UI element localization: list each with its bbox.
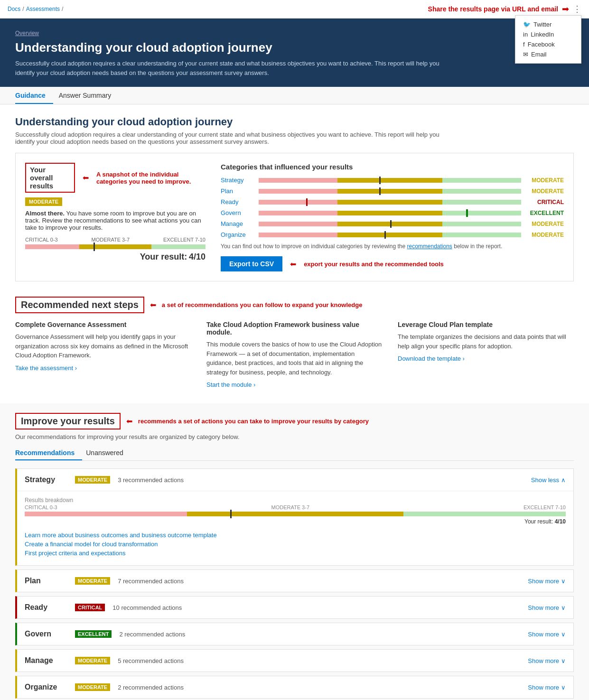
cat-organize-count: 2 recommended actions bbox=[118, 684, 528, 691]
cat-section-manage: Manage MODERATE 5 recommended actions Sh… bbox=[15, 649, 574, 672]
rec-card-module-body: This module covers the basics of how to … bbox=[206, 340, 383, 377]
categories-note: You can find out how to improve on indiv… bbox=[221, 243, 564, 250]
linkedin-icon: in bbox=[523, 31, 528, 38]
improve-header: Improve your results ⬅ recommends a set … bbox=[15, 413, 574, 429]
score-marker bbox=[93, 243, 95, 251]
strategy-action-1[interactable]: Learn more about business outcomes and b… bbox=[25, 531, 566, 540]
rec-card-template-body: The template organizes the decisions and… bbox=[398, 332, 574, 351]
main-section-title: Understanding your cloud adoption journe… bbox=[15, 116, 574, 128]
header-subtitle: Successfully cloud adoption requires a c… bbox=[15, 59, 442, 77]
share-twitter[interactable]: 🐦 Twitter bbox=[523, 19, 573, 29]
cat-plan-toggle[interactable]: Show more ∨ bbox=[528, 578, 566, 585]
cat-section-govern: Govern EXCELLENT 2 recommended actions S… bbox=[15, 623, 574, 645]
cat-manage-name: Manage bbox=[25, 656, 72, 665]
rec-card-module: Take Cloud Adoption Framework business v… bbox=[206, 321, 383, 388]
breadcrumb-sep1: / bbox=[22, 6, 24, 12]
cat-manage-toggle[interactable]: Show more ∨ bbox=[528, 657, 566, 664]
cat-strategy-count: 3 recommended actions bbox=[118, 476, 531, 484]
cat-section-ready-header[interactable]: Ready CRITICAL 10 recommended actions Sh… bbox=[17, 597, 573, 618]
main-section-subtitle: Successfully cloud adoption requires a c… bbox=[15, 131, 442, 145]
cat-govern-badge: EXCELLENT bbox=[75, 630, 112, 638]
overall-results-arrow: ⬅ bbox=[83, 173, 89, 182]
chevron-down-icon: ∨ bbox=[561, 631, 566, 638]
improve-subtitle: Our recommendations for improving your r… bbox=[15, 433, 574, 440]
share-linkedin[interactable]: in LinkedIn bbox=[523, 29, 573, 39]
share-popup[interactable]: ⋮ 🐦 Twitter in LinkedIn f Facebook ✉ Ema… bbox=[573, 4, 581, 14]
improve-annotation: recommends a set of actions you can take… bbox=[138, 418, 369, 425]
organize-marker bbox=[384, 231, 386, 239]
breadcrumb: Docs / Assessments / Share the results p… bbox=[0, 0, 589, 19]
manage-marker bbox=[390, 220, 392, 228]
header-banner: Overview Understanding your cloud adopti… bbox=[0, 19, 589, 87]
improve-tab-unanswered[interactable]: Unanswered bbox=[86, 446, 131, 460]
cat-organize-toggle[interactable]: Show more ∨ bbox=[528, 684, 566, 691]
rec-card-template-link[interactable]: Download the template › bbox=[398, 355, 465, 362]
recommended-annotation: a set of recommendations you can follow … bbox=[162, 301, 363, 308]
overall-results-title-box: Your overall results bbox=[25, 163, 75, 193]
recommended-title-box: Recommended next steps bbox=[15, 297, 144, 313]
cat-section-govern-header[interactable]: Govern EXCELLENT 2 recommended actions S… bbox=[17, 623, 573, 645]
strategy-action-2[interactable]: Create a financial model for cloud trans… bbox=[25, 540, 566, 549]
share-more-icon[interactable]: ⋮ bbox=[573, 4, 581, 14]
overall-badge: MODERATE bbox=[25, 197, 62, 206]
cat-strategy-name: Strategy bbox=[25, 476, 72, 484]
facebook-icon: f bbox=[523, 41, 525, 48]
cat-section-organize: Organize MODERATE 2 recommended actions … bbox=[15, 676, 574, 699]
cat-organize-name: Organize bbox=[25, 683, 72, 691]
score-bar-red bbox=[25, 244, 79, 249]
cat-plan-badge: MODERATE bbox=[75, 577, 110, 585]
score-bar-labels: CRITICAL 0-3 MODERATE 3-7 EXCELLENT 7-10 bbox=[25, 237, 206, 243]
chevron-up-icon: ∧ bbox=[561, 476, 566, 484]
export-row: Export to CSV ⬅ export your results and … bbox=[221, 256, 564, 271]
strategy-actions: Learn more about business outcomes and b… bbox=[25, 531, 566, 558]
score-bar-track bbox=[25, 244, 206, 249]
export-arrow: ⬅ bbox=[290, 260, 296, 269]
strategy-bar-section: Results breakdown CRITICAL 0-3 MODERATE … bbox=[25, 497, 566, 525]
your-result: Your result: 4/10 bbox=[25, 252, 206, 262]
email-icon: ✉ bbox=[523, 51, 528, 58]
categories-recommendations-link[interactable]: recommendations bbox=[407, 243, 452, 250]
cat-govern-toggle[interactable]: Show more ∨ bbox=[528, 631, 566, 638]
strategy-marker bbox=[379, 177, 381, 184]
cat-section-plan-header[interactable]: Plan MODERATE 7 recommended actions Show… bbox=[17, 570, 573, 592]
category-row-organize: Organize MODERATE bbox=[221, 231, 564, 238]
strategy-action-3[interactable]: First project criteria and expectations bbox=[25, 549, 566, 558]
rec-card-governance-body: Governance Assessment will help you iden… bbox=[15, 332, 191, 360]
rec-card-module-link[interactable]: Start the module › bbox=[206, 381, 255, 388]
overall-results-annotation: A snapshot of the individual categories … bbox=[96, 171, 206, 185]
header-overview-link[interactable]: Overview bbox=[15, 30, 39, 37]
main-content: Understanding your cloud adoption journe… bbox=[0, 104, 589, 700]
cat-section-organize-header[interactable]: Organize MODERATE 2 recommended actions … bbox=[17, 676, 573, 698]
cat-section-strategy-header[interactable]: Strategy MODERATE 3 recommended actions … bbox=[17, 469, 573, 491]
breadcrumb-assessments[interactable]: Assessments bbox=[26, 6, 60, 12]
results-right: Categories that influenced your results … bbox=[221, 163, 564, 271]
export-csv-button[interactable]: Export to CSV bbox=[221, 256, 282, 271]
share-facebook[interactable]: f Facebook bbox=[523, 39, 573, 49]
score-bar: CRITICAL 0-3 MODERATE 3-7 EXCELLENT 7-10… bbox=[25, 237, 206, 262]
improve-title-box: Improve your results bbox=[15, 413, 121, 429]
rec-card-governance-link[interactable]: Take the assessment › bbox=[15, 364, 77, 372]
recommended-arrow: ⬅ bbox=[150, 300, 156, 309]
govern-marker bbox=[466, 209, 468, 217]
cat-plan-name: Plan bbox=[25, 577, 72, 585]
improve-title: Improve your results bbox=[21, 416, 115, 426]
breadcrumb-docs[interactable]: Docs bbox=[8, 6, 20, 12]
improve-tab-recommendations[interactable]: Recommendations bbox=[15, 446, 82, 460]
twitter-icon: 🐦 bbox=[523, 21, 531, 28]
cat-ready-toggle[interactable]: Show more ∨ bbox=[528, 604, 566, 611]
cat-section-manage-header[interactable]: Manage MODERATE 5 recommended actions Sh… bbox=[17, 650, 573, 672]
cat-strategy-toggle[interactable]: Show less ∧ bbox=[531, 476, 566, 484]
tab-answer-summary[interactable]: Answer Summary bbox=[59, 87, 119, 104]
cat-govern-name: Govern bbox=[25, 630, 72, 638]
share-email[interactable]: ✉ Email bbox=[523, 49, 573, 59]
cat-manage-count: 5 recommended actions bbox=[118, 657, 528, 664]
cat-section-ready: Ready CRITICAL 10 recommended actions Sh… bbox=[15, 596, 574, 619]
categories-title: Categories that influenced your results bbox=[221, 163, 564, 171]
rec-card-governance-title: Complete Governance Assessment bbox=[15, 321, 191, 328]
tab-guidance[interactable]: Guidance bbox=[15, 87, 53, 104]
breadcrumb-sep2: / bbox=[62, 6, 63, 12]
overall-description: Almost there. You have some room to impr… bbox=[25, 210, 206, 231]
improve-section: Improve your results ⬅ recommends a set … bbox=[0, 403, 589, 700]
score-bar-green bbox=[151, 244, 206, 249]
cat-govern-count: 2 recommended actions bbox=[119, 631, 528, 638]
